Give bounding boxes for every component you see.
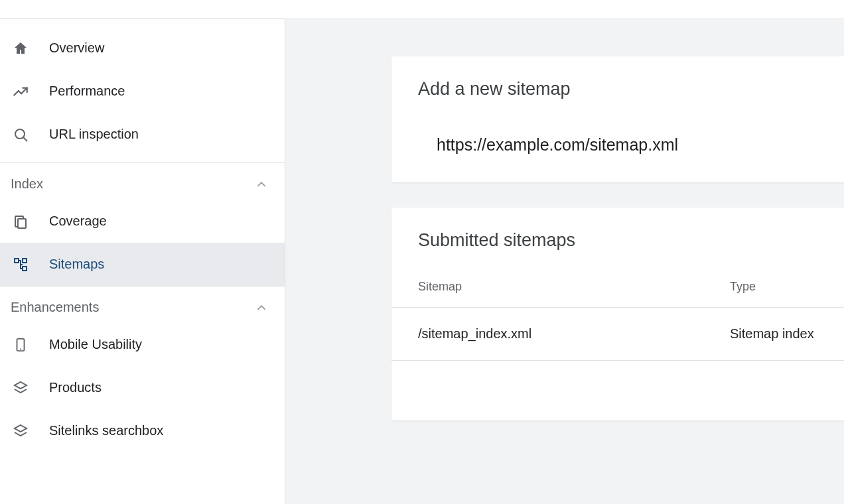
- sidebar-item-mobile-usability[interactable]: Mobile Usability: [0, 323, 285, 366]
- search-icon: [11, 125, 31, 145]
- layers-icon: [11, 378, 31, 398]
- cell-type: Sitemap index: [730, 326, 829, 342]
- svg-marker-8: [15, 382, 27, 389]
- sidebar-item-sitelinks-searchbox[interactable]: Sitelinks searchbox: [0, 409, 285, 452]
- sitemaps-table-header: Sitemap Type: [391, 251, 844, 308]
- sidebar-item-performance[interactable]: Performance: [0, 70, 285, 113]
- sidebar-item-label: Sitemaps: [49, 257, 104, 272]
- chevron-up-icon: [254, 177, 269, 192]
- sidebar-section-label: Enhancements: [11, 300, 99, 315]
- sidebar-item-url-inspection[interactable]: URL inspection: [0, 113, 285, 156]
- home-icon: [11, 38, 31, 58]
- add-sitemap-title: Add a new sitemap: [391, 56, 844, 99]
- sitemap-icon: [11, 255, 31, 275]
- svg-point-0: [15, 129, 25, 139]
- sidebar-item-coverage[interactable]: Coverage: [0, 200, 285, 243]
- submitted-sitemaps-card: Submitted sitemaps Sitemap Type /sitemap…: [391, 208, 844, 420]
- sidebar-item-label: Sitelinks searchbox: [49, 423, 163, 438]
- sidebar-item-overview[interactable]: Overview: [0, 27, 285, 70]
- sidebar-item-label: Performance: [49, 84, 125, 99]
- sidebar-section-label: Index: [11, 176, 43, 192]
- add-sitemap-card: Add a new sitemap https://example.com/si…: [391, 56, 844, 182]
- column-header-type: Type: [730, 280, 829, 294]
- column-header-sitemap: Sitemap: [418, 280, 730, 294]
- mobile-icon: [11, 335, 31, 355]
- svg-rect-3: [15, 259, 19, 263]
- sidebar: Overview Performance URL inspection Inde…: [0, 18, 285, 504]
- sidebar-section-enhancements[interactable]: Enhancements: [0, 286, 285, 323]
- svg-rect-5: [23, 267, 27, 271]
- copy-icon: [11, 212, 31, 231]
- trend-icon: [11, 82, 31, 101]
- sidebar-section-index[interactable]: Index: [0, 162, 285, 200]
- sidebar-item-label: URL inspection: [49, 127, 139, 142]
- sidebar-item-label: Coverage: [49, 214, 107, 229]
- submitted-sitemaps-title: Submitted sitemaps: [391, 208, 844, 251]
- sidebar-item-sitemaps[interactable]: Sitemaps: [0, 243, 285, 286]
- cell-sitemap: /sitemap_index.xml: [418, 326, 730, 342]
- sidebar-item-label: Overview: [49, 40, 104, 56]
- layers-icon: [11, 421, 31, 441]
- sidebar-item-products[interactable]: Products: [0, 366, 285, 409]
- chevron-up-icon: [254, 300, 269, 315]
- sitemap-url-input[interactable]: https://example.com/sitemap.xml: [391, 99, 844, 182]
- main-content: Add a new sitemap https://example.com/si…: [285, 18, 844, 504]
- svg-line-1: [24, 137, 28, 141]
- table-row[interactable]: /sitemap_index.xml Sitemap index: [391, 308, 844, 361]
- svg-rect-4: [23, 259, 27, 263]
- svg-rect-2: [18, 219, 26, 228]
- top-empty-bar: [0, 0, 844, 18]
- sidebar-item-label: Products: [49, 380, 102, 395]
- sidebar-item-label: Mobile Usability: [49, 337, 142, 352]
- table-empty-area: [391, 361, 844, 420]
- svg-marker-9: [15, 425, 27, 432]
